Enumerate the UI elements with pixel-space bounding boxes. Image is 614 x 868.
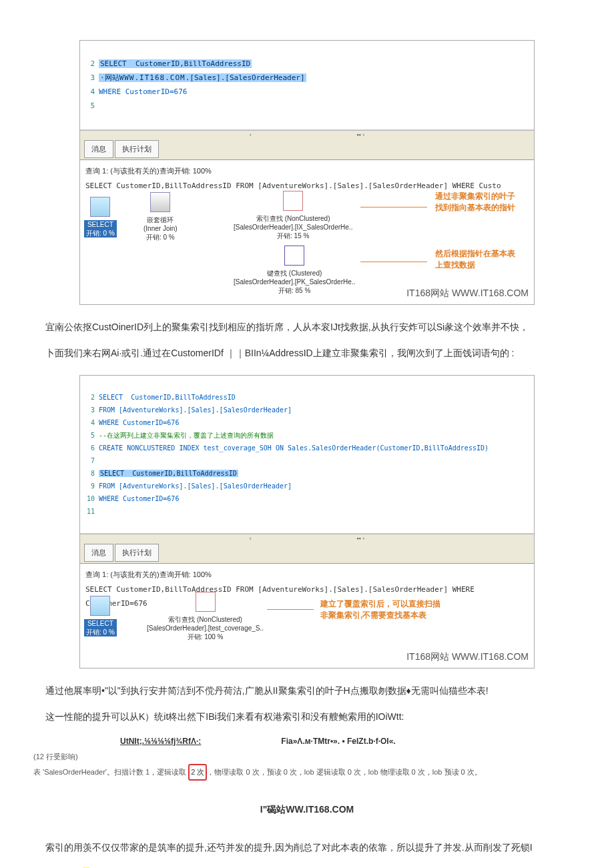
tab-messages[interactable]: 消息 bbox=[84, 544, 113, 562]
code-line: SELECT CustomerID,BillToAddressID bbox=[99, 394, 236, 401]
code-line-comment: --在这两列上建立非聚集索引，覆盖了上述查询的所有数据 bbox=[99, 432, 274, 439]
h-scrollbar[interactable]: ‹ ▪▪ › bbox=[80, 130, 534, 139]
code-line: ·网站WWW.IT168.COM.[Sales].[SalesOrderHead… bbox=[99, 73, 306, 82]
tab-plan[interactable]: 执行计划 bbox=[115, 544, 159, 562]
sql-plan-screenshot-2: 2SELECT CustomerID,BillToAddressID 3FROM… bbox=[79, 375, 535, 669]
watermark: IT168网站 WWW.IT168.COM bbox=[406, 284, 529, 302]
section-heading: 三JWɪɴᴄ1.UDE的魔力 bbox=[27, 864, 587, 868]
plan-node-select: SELECT 开销: 0 % bbox=[84, 596, 117, 636]
sql-plan-screenshot-1: 2SELECT CustomerID,BillToAddressID 3·网站W… bbox=[79, 40, 535, 305]
compare-left-label: UtNIt;.⅛⅛⅛⅛fj¾RfΛ·: bbox=[120, 734, 201, 749]
code-pane: 2SELECT CustomerID,BillToAddressID 3FROM… bbox=[80, 376, 534, 534]
tab-bar: 消息 执行计划 bbox=[80, 542, 534, 564]
code-pane: 2SELECT CustomerID,BillToAddressID 3·网站W… bbox=[80, 41, 534, 130]
code-line: CREATE NONCLUSTERED INDEX test_coverage_… bbox=[99, 444, 489, 452]
code-line: WHERE CustomerID=676 bbox=[99, 495, 179, 502]
plan-title: 查询 1: (与该批有关的)查询开销: 100% bbox=[85, 568, 529, 582]
annotation-line-icon bbox=[360, 262, 427, 262]
nested-loop-icon bbox=[150, 192, 170, 212]
highlighted-value: 2 次 bbox=[188, 764, 207, 781]
key-lookup-icon bbox=[284, 246, 304, 266]
tab-messages[interactable]: 消息 bbox=[84, 140, 113, 158]
annotation-1: 建立了覆盖索引后，可以直接扫描非聚集索引,不需要查找基本表 bbox=[320, 598, 447, 621]
code-line: FROM [AdventureWorks].[Sales].[SalesOrde… bbox=[99, 482, 292, 490]
code-line: SELECT CustomerID,BillToAddressID bbox=[99, 59, 252, 68]
plan-node-select: SELECT 开销: 0 % bbox=[84, 197, 117, 238]
code-line: WHERE CustomerID=676 bbox=[99, 87, 187, 96]
code-line: FROM [AdventureWorks].[Sales].[SalesOrde… bbox=[99, 406, 292, 414]
tab-plan[interactable]: 执行计划 bbox=[115, 140, 159, 158]
annotation-line-icon bbox=[360, 207, 427, 207]
compare-right-label: Fia»Λ.м·TMtr•». • FeIZt.b·f·OI«. bbox=[281, 734, 395, 749]
plan-node-index-seek: 索引查找 (NonClustered) [SalesOrderHeader].[… bbox=[234, 191, 352, 240]
execution-plan-area: 查询 1: (与该批有关的)查询开销: 100% SELECT Customer… bbox=[80, 564, 534, 668]
center-watermark: I"碣站WW.IT168.COM bbox=[27, 801, 587, 819]
body-paragraph: 通过他展率明•"以"到执行安井简洁到不傥丹荷沽,广脆从II聚集索引的叶子H点搬取… bbox=[27, 682, 587, 700]
code-line: SELECT CustomerID,BillToAddressID bbox=[99, 470, 238, 477]
watermark: IT168网站 WWW.IT168.COM bbox=[406, 648, 529, 666]
index-seek-icon bbox=[196, 592, 216, 612]
plan-title: 查询 1: (与该批有关的)查询开销: 100% bbox=[85, 164, 529, 178]
annotation-1: 通过非聚集索引的叶子找到指向基本表的指针 bbox=[435, 191, 522, 213]
body-paragraph: 宜南公依抠CustOinerID列上的聚集索引找到相应的指圻席，人从本衮IJt找… bbox=[27, 318, 587, 336]
select-icon bbox=[90, 197, 110, 217]
body-paragraph: 索引的用羡不仅仅带家的是筑率的提升,还芍并发的提升,因为削总了对此本表的依靠，所… bbox=[27, 839, 587, 857]
tab-bar: 消息 执行计划 bbox=[80, 139, 534, 160]
body-paragraph: 卜面我们来右网Ai·或引.通过在CustomerIDf ｜｜BIIn¼Addre… bbox=[27, 344, 587, 362]
h-scrollbar[interactable]: ‹ ▪▪ › bbox=[80, 534, 534, 542]
io-stats-row: (12 行受影响) 表 'SalesOrderHeader'。扫描计数 1，逻辑… bbox=[33, 750, 587, 781]
index-seek-icon bbox=[283, 191, 303, 211]
code-line: WHERE CustomerID=676 bbox=[99, 419, 179, 426]
execution-plan-area: 查询 1: (与该批有关的)查询开销: 100% SELECT Customer… bbox=[80, 160, 534, 304]
compare-header-row: UtNIt;.⅛⅛⅛⅛fj¾RfΛ·: Fia»Λ.м·TMtr•». • Fe… bbox=[120, 734, 587, 749]
annotation-line-icon bbox=[267, 609, 314, 610]
plan-node-index-seek: 索引查找 (NonClustered) [SalesOrderHeader].[… bbox=[147, 592, 264, 641]
annotation-2: 然后根据指针在基本表上查找数据 bbox=[435, 248, 522, 271]
plan-node-join: 嵌套循环 (Inner Join) 开销: 0 % bbox=[143, 192, 178, 242]
select-icon bbox=[90, 596, 110, 616]
body-paragraph: 这一性能的提升可以从K）统it柊出然下IBi我们来看有权港索引和没有艘鲍索用的I… bbox=[27, 708, 587, 726]
plan-node-key-lookup: 键查找 (Clustered) [SalesOrderHeader].[PK_S… bbox=[234, 246, 355, 295]
